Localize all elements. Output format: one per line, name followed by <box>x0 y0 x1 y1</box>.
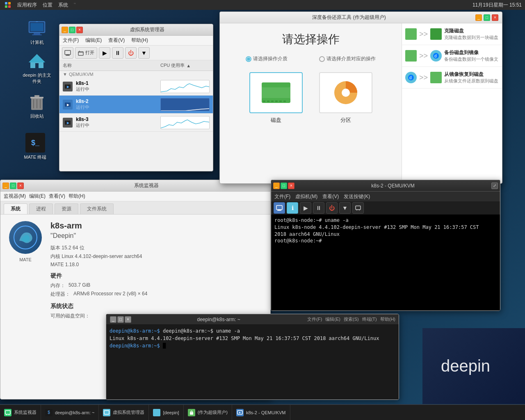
virt-menu-file[interactable]: 文件(F) <box>61 36 80 45</box>
taskbar-superuser[interactable]: (作为超级用户) <box>184 405 232 420</box>
tab-resource[interactable]: 资源 <box>55 203 78 214</box>
tab-system[interactable]: 系统 <box>4 203 27 214</box>
group-expand-icon[interactable]: ▼ <box>63 72 67 77</box>
virt-open-btn[interactable]: 打开 <box>75 47 97 59</box>
svg-rect-0 <box>5 2 7 5</box>
disk-option[interactable]: 磁盘 <box>249 72 303 124</box>
partition-label: 分区 <box>340 116 351 124</box>
qemu-terminal[interactable]: root@k8s-node:~# uname -a Linux k8s-node… <box>271 215 500 310</box>
virt-item-k8s2[interactable]: k8s-2 运行中 <box>59 96 213 114</box>
backup-to-image-item[interactable]: >> d 备份磁盘到镜像 备份磁盘数据到一个镜像文 <box>402 45 502 67</box>
virt-open-label: 打开 <box>85 50 94 56</box>
virt-monitor-icon-btn[interactable] <box>62 47 73 59</box>
virt-maximize-btn[interactable]: □ <box>69 27 75 33</box>
backup-close-btn[interactable]: × <box>492 14 498 21</box>
desktop-icon-mate-terminal[interactable]: $_ MATE 终端 <box>19 131 52 162</box>
backup-maximize-btn[interactable]: □ <box>484 14 490 21</box>
qemu-pause-btn[interactable]: ⏸ <box>313 202 324 214</box>
sysmon-menu-monitor[interactable]: 监视器(M) <box>4 193 26 200</box>
vm-info-k8s2: k8s-2 运行中 <box>76 98 160 110</box>
sysmon-menu-edit[interactable]: 编辑(E) <box>29 193 46 200</box>
qemu-power-btn[interactable]: ⏻ <box>326 202 338 214</box>
processor-row: 处理器： ARMv8 Processor rev 2 (v8l) × 64 <box>50 291 264 298</box>
terminal-content[interactable]: deepin@k8s-arm:~$ deepin@k8s-arm:~$ unam… <box>106 325 399 399</box>
radio-right[interactable]: 请选择介质对应的操作 <box>319 55 376 62</box>
taskbar-qemu-label: k8s-2 - QEMU/KVM <box>246 410 286 415</box>
sysmon-menu-view[interactable]: 查看(V) <box>49 193 65 200</box>
clone-dst-icon <box>430 28 442 40</box>
qemu-maximize-btn[interactable]: □ <box>281 183 287 189</box>
radio-left[interactable]: 请选择操作介质 <box>246 55 288 62</box>
term-minimize-btn[interactable]: _ <box>110 316 116 323</box>
restore-arrow: >> <box>419 73 428 82</box>
sysmon-menu-help[interactable]: 帮助(H) <box>68 193 85 200</box>
tab-process[interactable]: 进程 <box>29 203 53 214</box>
sysmon-close-btn[interactable]: × <box>17 183 24 189</box>
virt-pause-btn[interactable]: ⏸ <box>112 47 123 59</box>
qemu-menu-view[interactable]: 查看(V) <box>322 193 339 200</box>
svg-rect-50 <box>356 206 361 210</box>
term-menu-edit[interactable]: 编辑(E) <box>325 316 340 322</box>
desktop-icon-trash[interactable]: 回收站 <box>21 90 53 121</box>
tab-filesystem[interactable]: 文件系统 <box>80 203 114 214</box>
qemu-menu-file[interactable]: 文件(F) <box>274 193 290 200</box>
qemu-close-btn[interactable]: × <box>288 183 294 189</box>
memory-value: 503.7 GiB <box>68 282 90 289</box>
app-menu-icon[interactable] <box>2 0 14 9</box>
qemu-dropdown-btn[interactable]: ▼ <box>339 202 351 214</box>
term-line2: Linux k8s-arm 4.4.102-deepin-server #132… <box>110 335 395 342</box>
term-menu-terminal[interactable]: 终端(T) <box>362 316 377 322</box>
places-menu[interactable]: 位置 <box>40 1 55 9</box>
term-menu-help[interactable]: 帮助(H) <box>380 316 395 322</box>
term-maximize-btn[interactable]: □ <box>117 316 124 323</box>
svg-rect-57 <box>104 411 109 414</box>
disk-label: 磁盘 <box>271 116 281 124</box>
desktop-icon-home[interactable]: deepin 的主文件夹 <box>21 49 53 86</box>
taskbar-virtmgr[interactable]: 虚拟系统管理器 <box>99 405 149 420</box>
virt-menu-view[interactable]: 查看(V) <box>107 36 126 45</box>
qemu-menu-sendkey[interactable]: 发送按键(K) <box>344 193 370 200</box>
virt-close-btn[interactable]: × <box>76 27 83 33</box>
virt-power-btn[interactable]: ⏻ <box>125 47 137 59</box>
svg-rect-7 <box>32 34 42 35</box>
partition-option[interactable]: 分区 <box>319 72 372 124</box>
system-menu[interactable]: 系统 <box>56 1 71 9</box>
restore-from-image-item[interactable]: d >> 从镜像恢复到磁盘 从镜像文件还原数据到磁盘 <box>402 67 502 89</box>
svg-rect-6 <box>34 33 40 34</box>
taskbar-deepin[interactable]: [deepin] <box>149 405 183 420</box>
vm-name-k8s3: k8s-3 <box>76 116 160 122</box>
taskbar-qemu[interactable]: k8s-2 - QEMU/KVM <box>232 405 290 420</box>
qemu-display-btn[interactable] <box>352 202 364 214</box>
qemu-monitor-btn[interactable] <box>274 202 285 214</box>
vm-name-k8s2: k8s-2 <box>76 98 160 104</box>
desktop-icon-computer[interactable]: 计算机 <box>21 16 53 47</box>
taskbar-virtmgr-icon <box>103 409 110 416</box>
qemu-menu-vm[interactable]: 虚拟机(M) <box>295 193 317 200</box>
sysmon-minimize-btn[interactable]: _ <box>2 183 9 189</box>
qemu-expand-btn[interactable]: ⤢ <box>491 183 498 189</box>
qemu-term-line2: Linux k8s-node 4.4.102-deepin-server #13… <box>274 224 497 231</box>
virt-item-k8s3[interactable]: k8s-3 运行中 <box>59 114 213 132</box>
taskbar-superuser-label: (作为超级用户) <box>198 409 228 415</box>
term-menu-file[interactable]: 文件(F) <box>307 316 322 322</box>
backup-minimize-btn[interactable]: _ <box>475 14 482 21</box>
qemu-play-btn[interactable]: ▶ <box>300 202 311 214</box>
sysmon-maximize-btn[interactable]: □ <box>10 183 16 189</box>
sys-info: k8s-arm "Deepin" 版本 15.2 64 位 内核 Linux 4… <box>50 221 264 320</box>
virt-menu-help[interactable]: 帮助(H) <box>130 36 150 45</box>
taskbar-sysmon[interactable]: 系统监视器 <box>0 405 41 420</box>
backup-tool-window: 深度备份还原工具 (作为超级用户) _ □ × 请选择操作 请选择操作介质 <box>219 11 502 184</box>
taskbar-terminal[interactable]: $ deepin@k8s-arm: ~ <box>41 405 99 420</box>
term-menu-search[interactable]: 搜索(S) <box>344 316 359 322</box>
virt-minimize-btn[interactable]: _ <box>62 27 68 33</box>
app-menu[interactable]: 应用程序 <box>15 1 39 9</box>
datetime-display: 11月19日星期一 15:51 <box>472 2 522 9</box>
virt-dropdown-btn[interactable]: ▼ <box>138 47 150 59</box>
backup-clone-item[interactable]: >> 克隆磁盘 克隆磁盘数据到另一块磁盘 <box>402 23 502 45</box>
virt-item-k8s1[interactable]: k8s-1 运行中 <box>59 78 213 96</box>
qemu-minimize-btn[interactable]: _ <box>273 183 280 189</box>
term-close-btn[interactable]: × <box>125 316 131 323</box>
virt-play-btn[interactable]: ▶ <box>99 47 110 59</box>
qemu-info-btn[interactable]: ℹ <box>287 202 298 214</box>
virt-menu-edit[interactable]: 编辑(E) <box>84 36 103 45</box>
